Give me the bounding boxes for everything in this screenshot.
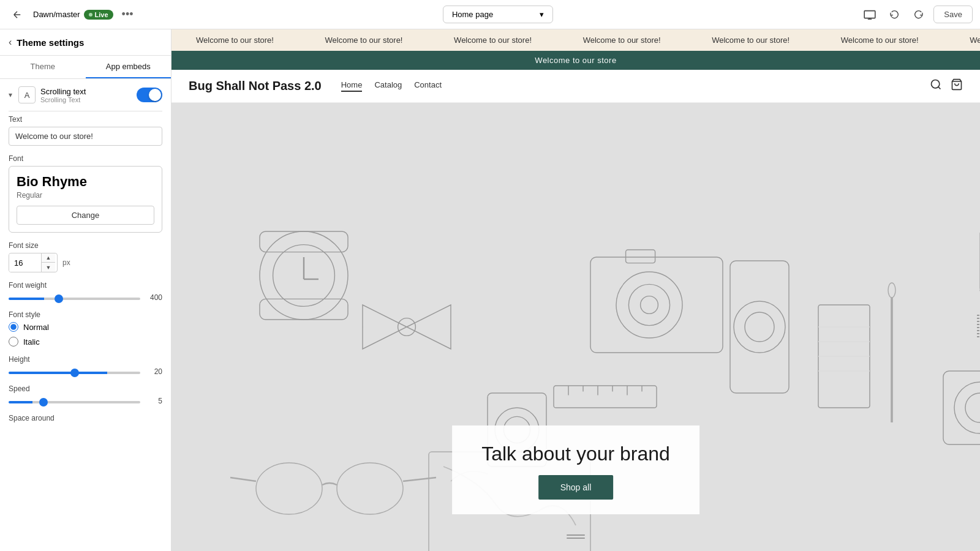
section-name: Scrolling text: [40, 87, 132, 96]
height-slider[interactable]: [9, 372, 140, 374]
font-size-down[interactable]: ▼: [42, 263, 55, 272]
page-selector[interactable]: Home page ▾: [443, 6, 553, 23]
font-style-label: Font style: [9, 310, 162, 319]
font-name: Bio Rhyme: [17, 174, 154, 190]
section-expand-icon[interactable]: ▾: [9, 91, 12, 99]
font-style-group: Font style Normal Italic: [9, 310, 162, 347]
font-weight-slider[interactable]: [9, 298, 140, 300]
svg-rect-23: [626, 250, 655, 263]
font-style-normal-label: Normal: [23, 323, 49, 332]
section-sub: Scrolling Text: [40, 96, 132, 103]
text-label: Text: [9, 115, 162, 124]
font-size-unit: px: [62, 258, 70, 267]
shop-all-button[interactable]: Shop all: [538, 475, 614, 500]
font-box: Bio Rhyme Regular Change: [9, 166, 162, 233]
svg-rect-6: [260, 231, 348, 252]
preview-inner: Welcome to our store! Welcome to our sto…: [172, 29, 980, 551]
redo-button[interactable]: [909, 5, 929, 24]
search-icon[interactable]: [930, 78, 942, 94]
svg-line-51: [403, 478, 436, 481]
text-field-group: Text: [9, 115, 162, 146]
height-label: Height: [9, 355, 162, 364]
svg-point-21: [628, 284, 669, 325]
nav-contact[interactable]: Contact: [414, 80, 442, 92]
space-around-label: Space around: [9, 414, 162, 422]
more-menu-button[interactable]: •••: [119, 8, 136, 21]
branch-info: Dawn/master Live: [33, 10, 113, 20]
sidebar-tabs: Theme App embeds: [0, 56, 171, 79]
hero-section: Talk about your brand Shop all: [172, 103, 980, 551]
live-badge: Live: [84, 10, 113, 20]
font-size-label: Font size: [9, 241, 162, 250]
font-style-normal[interactable]: Normal: [9, 322, 162, 332]
font-style-italic[interactable]: Italic: [9, 337, 162, 347]
store-menu: Home Catalog Contact: [341, 80, 910, 92]
font-label: Font: [9, 154, 162, 163]
store-header-text: Welcome to our store: [535, 56, 616, 65]
hero-title: Talk about your brand: [481, 443, 670, 465]
preview-area: Welcome to our store! Welcome to our sto…: [172, 29, 980, 551]
svg-rect-0: [865, 10, 876, 18]
store-nav-icons: [930, 78, 963, 94]
svg-point-33: [888, 283, 895, 298]
svg-rect-12: [554, 386, 657, 408]
svg-point-22: [641, 296, 658, 314]
scroll-banner-text: Welcome to our store! Welcome to our sto…: [172, 36, 980, 45]
nav-home[interactable]: Home: [341, 80, 363, 92]
topbar: Dawn/master Live ••• Home page ▾: [0, 0, 980, 29]
tab-app-embeds[interactable]: App embeds: [86, 56, 172, 78]
font-size-input-wrap: ▲ ▼: [9, 253, 58, 272]
scrolling-text-toggle[interactable]: [137, 88, 162, 102]
font-weight-slider-label: Font weight: [9, 281, 162, 290]
svg-rect-7: [260, 299, 348, 320]
svg-point-26: [745, 312, 774, 342]
speed-group: Speed 5: [9, 384, 162, 405]
font-size-input[interactable]: [9, 254, 41, 272]
space-around-group: Space around: [9, 414, 162, 422]
speed-slider[interactable]: [9, 401, 140, 403]
sidebar-content: ▾ A Scrolling text Scrolling Text: [0, 79, 171, 551]
drag-handle[interactable]: [567, 534, 585, 539]
store-header-bar: Welcome to our store: [172, 51, 980, 70]
font-size-up[interactable]: ▲: [42, 253, 55, 263]
nav-catalog[interactable]: Catalog: [374, 80, 402, 92]
svg-point-1: [932, 80, 940, 88]
undo-button[interactable]: [884, 5, 904, 24]
font-style-italic-label: Italic: [23, 337, 40, 347]
hero-illustration: Talk about your brand Shop all: [172, 103, 980, 551]
svg-rect-24: [730, 261, 789, 393]
svg-rect-19: [590, 257, 723, 353]
font-weight-value: 400: [145, 293, 162, 302]
svg-point-20: [616, 272, 682, 338]
save-button[interactable]: Save: [933, 6, 973, 23]
sidebar-title: Theme settings: [17, 37, 84, 48]
font-weight-label: Regular: [17, 191, 154, 200]
sidebar-back-button[interactable]: ‹: [9, 37, 12, 48]
font-weight-group: Font weight 400: [9, 281, 162, 302]
font-size-group: Font size ▲ ▼ px: [9, 241, 162, 272]
resize-handle[interactable]: [976, 103, 980, 551]
speed-value: 5: [145, 397, 162, 405]
speed-label: Speed: [9, 384, 162, 393]
back-button[interactable]: [7, 5, 27, 24]
hero-text-overlay: Talk about your brand Shop all: [452, 425, 699, 514]
font-group: Font Bio Rhyme Regular Change: [9, 154, 162, 233]
height-value: 20: [145, 367, 162, 376]
change-font-button[interactable]: Change: [17, 206, 154, 225]
store-nav: Bug Shall Not Pass 2.0 Home Catalog Cont…: [172, 70, 980, 103]
store-logo: Bug Shall Not Pass 2.0: [189, 79, 322, 93]
svg-point-49: [337, 463, 403, 514]
svg-line-50: [230, 478, 256, 481]
svg-rect-34: [943, 371, 980, 444]
section-icon: A: [18, 86, 36, 103]
tab-theme[interactable]: Theme: [0, 56, 86, 78]
svg-point-48: [256, 463, 322, 514]
scroll-banner: Welcome to our store! Welcome to our sto…: [172, 29, 980, 51]
text-input[interactable]: [9, 127, 162, 146]
svg-point-25: [734, 301, 785, 353]
sidebar: ‹ Theme settings Theme App embeds ▾ A Sc…: [0, 29, 172, 551]
cart-icon[interactable]: [951, 78, 963, 94]
sidebar-header: ‹ Theme settings: [0, 29, 171, 56]
height-group: Height 20: [9, 355, 162, 376]
desktop-preview-button[interactable]: [860, 5, 880, 24]
